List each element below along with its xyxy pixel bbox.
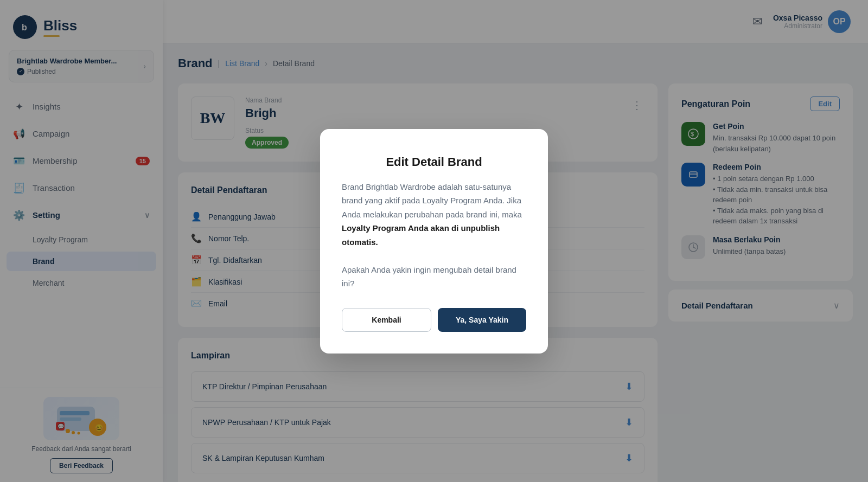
modal-body-text1: Brand Brightlab Wardrobe adalah satu-sat… — [342, 182, 522, 219]
modal-title: Edit Detail Brand — [342, 155, 526, 169]
modal-body: Brand Brightlab Wardrobe adalah satu-sat… — [342, 180, 526, 291]
modal-buttons: Kembali Ya, Saya Yakin — [342, 308, 526, 332]
modal-dialog: Edit Detail Brand Brand Brightlab Wardro… — [320, 129, 548, 354]
confirm-button[interactable]: Ya, Saya Yakin — [438, 308, 526, 332]
modal-question: Apakah Anda yakin ingin mengubah detail … — [342, 265, 516, 288]
cancel-button[interactable]: Kembali — [342, 308, 431, 332]
modal-body-bold: Loyalty Program Anda akan di unpublish o… — [342, 223, 500, 247]
modal-overlay: Edit Detail Brand Brand Brightlab Wardro… — [0, 0, 868, 482]
